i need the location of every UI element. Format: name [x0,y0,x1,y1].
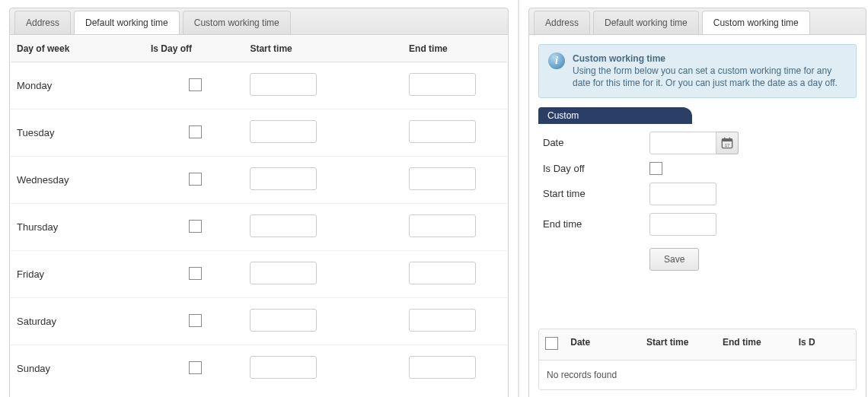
day-off-checkbox[interactable] [189,78,202,91]
date-label: Date [543,137,649,148]
day-name: Sunday [11,345,145,392]
end-time-input[interactable] [409,356,476,379]
tab-address-right[interactable]: Address [534,11,590,34]
end-time-label: End time [543,218,649,230]
end-time-cell [403,110,507,157]
default-working-time-pane: Day of week Is Day off Start time End ti… [9,35,509,397]
day-off-checkbox[interactable] [189,267,202,280]
info-box: i Custom working time Using the form bel… [538,44,857,98]
start-time-cell [244,62,403,110]
tab-custom-left[interactable]: Custom working time [183,11,291,34]
day-name: Tuesday [11,110,145,157]
default-hours-table: Day of week Is Day off Start time End ti… [11,36,507,392]
col-day: Day of week [11,36,145,62]
table-row: Tuesday [11,110,507,157]
start-time-cell [244,298,403,345]
date-picker-button[interactable]: 17 [716,132,739,154]
records-empty-text: No records found [539,360,856,389]
calendar-icon: 17 [721,137,733,149]
table-row: Monday [11,62,507,110]
table-row: Sunday [11,345,507,392]
day-off-checkbox[interactable] [189,314,202,327]
custom-working-time-panel: Address Default working time Custom work… [518,0,868,397]
info-title: Custom working time [573,52,847,65]
date-field[interactable] [649,132,716,154]
day-off-cell [145,110,244,157]
table-row: Saturday [11,298,507,345]
start-time-cell [244,345,403,392]
info-body: Using the form below you can set a custo… [573,65,838,88]
start-time-input[interactable] [250,73,317,96]
info-icon: i [548,52,565,69]
day-off-cell [145,298,244,345]
col-start: Start time [244,36,403,62]
records-col-end: End time [716,329,793,360]
day-name: Thursday [11,204,145,251]
default-working-time-panel: Address Default working time Custom work… [0,0,518,397]
info-text: Custom working time Using the form below… [573,52,847,90]
end-time-input[interactable] [409,73,476,96]
records-grid: Date Start time End time Is D No records… [538,329,857,390]
end-time-input[interactable] [409,120,476,143]
end-time-input[interactable] [409,309,476,332]
start-time-input[interactable] [250,309,317,332]
end-time-cell [403,298,507,345]
day-name: Wednesday [11,157,145,204]
day-off-checkbox[interactable] [189,173,202,186]
is-day-off-label: Is Day off [543,163,649,174]
table-row: Friday [11,251,507,298]
day-name: Saturday [11,298,145,345]
day-name: Monday [11,62,145,110]
end-time-cell [403,157,507,204]
start-time-cell [244,204,403,251]
day-off-checkbox[interactable] [189,220,202,233]
records-select-all-checkbox[interactable] [545,337,558,350]
records-col-off: Is D [793,329,856,360]
end-time-field[interactable] [649,213,716,236]
end-time-cell [403,251,507,298]
day-off-cell [145,204,244,251]
tab-custom-right[interactable]: Custom working time [702,11,810,35]
records-col-date: Date [564,329,640,360]
svg-rect-3 [729,137,730,139]
start-time-input[interactable] [250,167,317,190]
start-time-label: Start time [543,188,649,199]
day-off-cell [145,345,244,392]
col-off: Is Day off [145,36,244,62]
end-time-cell [403,204,507,251]
tab-address-left[interactable]: Address [14,11,71,34]
end-time-cell [403,62,507,110]
svg-rect-2 [724,137,725,139]
end-time-input[interactable] [409,167,476,190]
custom-working-time-pane: i Custom working time Using the form bel… [528,35,866,397]
start-time-field[interactable] [649,183,716,205]
day-off-checkbox[interactable] [189,125,202,138]
tab-default-right[interactable]: Default working time [593,11,699,34]
start-time-input[interactable] [250,262,317,284]
end-time-input[interactable] [409,214,476,237]
start-time-input[interactable] [250,120,317,143]
custom-group: Custom Date 17 [538,107,857,275]
records-col-start: Start time [640,329,716,360]
save-button-custom[interactable]: Save [649,248,699,271]
day-off-cell [145,157,244,204]
tabstrip-left: Address Default working time Custom work… [9,8,509,35]
start-time-input[interactable] [250,214,317,237]
day-off-checkbox[interactable] [189,361,202,374]
is-day-off-checkbox[interactable] [649,162,662,175]
svg-rect-1 [722,138,732,141]
day-off-cell [145,62,244,110]
table-row: Wednesday [11,157,507,204]
col-end: End time [403,36,507,62]
start-time-input[interactable] [250,356,317,379]
records-col-select [539,329,564,360]
tab-default-left[interactable]: Default working time [74,11,180,35]
svg-text:17: 17 [725,142,730,147]
day-name: Friday [11,251,145,298]
end-time-cell [403,345,507,392]
records-header: Date Start time End time Is D [539,329,856,360]
start-time-cell [244,251,403,298]
table-row: Thursday [11,204,507,251]
start-time-cell [244,110,403,157]
end-time-input[interactable] [409,262,476,284]
